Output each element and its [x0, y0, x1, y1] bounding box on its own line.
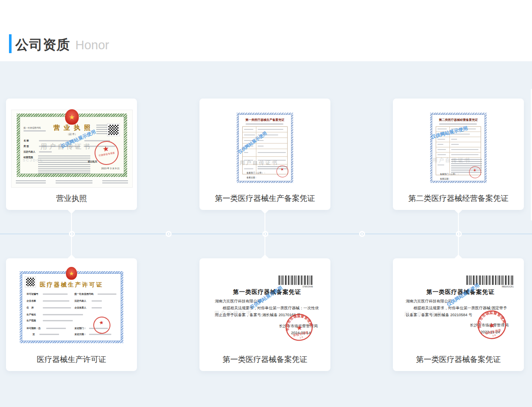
- svg-text:1-3: 1-3: [492, 334, 496, 337]
- gray-watermark: 用户自传证书: [240, 159, 278, 167]
- filing-dept-label: 备案部门（公章）：: [440, 173, 459, 175]
- certificate-title: 医疗器械生产许可证: [22, 281, 121, 289]
- filing-number: [246, 123, 283, 125]
- card-connector-notch: [455, 210, 462, 214]
- card-label: 第一类医疗器械备案凭证: [393, 354, 524, 365]
- field-production-address: 生产地址: [27, 313, 36, 316]
- certificate-card-production-license[interactable]: ★ 医疗器械生产许可证 许可证编号 统一社会信用代码 企业名称 法定代表人 住 …: [6, 258, 137, 371]
- national-emblem-icon: ★: [66, 267, 77, 280]
- certificate-card-class1-record-1[interactable]: 07MION48 第一类医疗器械备案凭证 湖南力宾医疗科技有限公司： 根据相关法…: [199, 258, 330, 371]
- card-connector-notch: [68, 254, 75, 258]
- section-accent-bar: [9, 34, 12, 53]
- gray-watermark: 用户自传证书: [404, 311, 443, 318]
- section-header: 公司资质 Honor: [15, 36, 109, 54]
- card-connector-notch: [455, 254, 462, 258]
- field-period-to: 至: [33, 333, 35, 336]
- svg-text:1-3: 1-3: [300, 335, 303, 338]
- timeline-dot: [262, 231, 268, 237]
- field-credit-code: 统一社会信用代码: [74, 293, 93, 296]
- card-label: 医疗器械生产许可证: [6, 354, 137, 365]
- field-issue-dept: 发证部门：: [74, 327, 86, 330]
- field-label-legal-rep: 法定代表人: [24, 150, 36, 153]
- card-label: 第一类医疗器械生产备案凭证: [199, 193, 330, 204]
- field-period-from: 许可期限：自: [27, 327, 41, 330]
- card-label: 第二类医疗器械经营备案凭证: [393, 193, 524, 204]
- issue-date: 2023 年 3 月 9 日: [101, 167, 120, 170]
- certificate-title: 第二类医疗器械经营备案凭证: [432, 118, 484, 122]
- certificate-title: 第一类医疗器械生产备案凭证: [239, 118, 291, 122]
- timeline-dot: [359, 231, 365, 237]
- business-license-image: ★ 统一社会信用代码 营业执照 （副 本） SCJDGL 名 称 类 型 法定代…: [11, 110, 133, 188]
- svg-text:★: ★: [488, 321, 496, 330]
- filing-number: [439, 123, 477, 125]
- filing-dept-label: 备案部门（公章）：: [247, 171, 266, 174]
- national-emblem-icon: ★: [65, 109, 79, 125]
- footnote-text: [16, 180, 128, 185]
- qr-code-icon: [107, 124, 119, 136]
- certificate-image: ★ 医疗器械生产许可证 许可证编号 统一社会信用代码 企业名称 法定代表人 住 …: [20, 271, 123, 343]
- field-label-type: 类 型: [24, 145, 29, 148]
- barcode-text: 07MION48: [279, 285, 313, 288]
- honor-section: ★ 统一社会信用代码 营业执照 （副 本） SCJDGL 名 称 类 型 法定代…: [0, 61, 532, 407]
- barcode-icon: [467, 275, 514, 285]
- timeline-dot: [456, 231, 462, 237]
- registrar-label: 登记机关: [88, 160, 97, 163]
- filing-date-label: 备案日期：: [440, 177, 451, 180]
- card-label: 营业执照: [6, 193, 137, 204]
- timeline-dot: [69, 231, 75, 237]
- field-issue-date: 发证日期：: [74, 333, 86, 336]
- red-seal-icon: 长沙市市场监督管理局 ★ 审核专用章 1-3: [282, 311, 316, 344]
- certificate-card-class2-operation-filing[interactable]: 第二类医疗器械经营备案凭证 仅供网站展示使用 用户自传证书 备案部门（公章）： …: [393, 99, 524, 210]
- gray-watermark: 用户自传证书: [432, 157, 471, 164]
- red-seal-icon: 长沙市市场监督管理局 ★ 审核专用章 1-3: [474, 307, 509, 342]
- card-connector-notch: [261, 210, 269, 214]
- card-connector-notch: [261, 254, 269, 258]
- field-manager: 企业负责人: [74, 306, 86, 309]
- card-label: 第一类医疗器械备案凭证: [199, 354, 330, 365]
- qr-side-text: [96, 125, 107, 134]
- certificate-image: 第一类医疗器械生产备案凭证 仅供网站展示使用 用户自传证书 备案部门（公章）： …: [237, 113, 293, 183]
- gray-watermark: 用户自传证书: [214, 310, 253, 317]
- field-company: 企业名称: [27, 299, 36, 302]
- barcode-icon: [279, 275, 313, 285]
- field-label-scope: 经营范围: [24, 156, 33, 159]
- certificate-card-class1-production-filing[interactable]: 第一类医疗器械生产备案凭证 仅供网站展示使用 用户自传证书 备案部门（公章）： …: [199, 99, 330, 210]
- certificate-image: 第二类医疗器械经营备案凭证 仅供网站展示使用 用户自传证书 备案部门（公章）： …: [430, 113, 487, 183]
- certificate-card-class1-record-2[interactable]: RBSXOCR1 第一类医疗器械备案凭证 湖南力宾医疗科技有限公司： 根据相关法…: [393, 258, 524, 371]
- svg-text:★: ★: [296, 323, 303, 332]
- red-seal-icon: ★: [92, 315, 112, 335]
- field-legal-rep: 法定代表人: [74, 299, 86, 302]
- filing-date-label: 备案日期：: [247, 176, 257, 179]
- page-title: 公司资质: [15, 36, 70, 54]
- timeline-dot: [166, 231, 172, 237]
- certificate-frame: ★ 统一社会信用代码 营业执照 （副 本） SCJDGL 名 称 类 型 法定代…: [17, 114, 127, 177]
- certificate-card-business-license[interactable]: ★ 统一社会信用代码 营业执照 （副 本） SCJDGL 名 称 类 型 法定代…: [6, 99, 137, 210]
- card-connector-notch: [68, 210, 75, 214]
- field-production-scope: 生产范围: [27, 319, 36, 322]
- scope-text-block: [38, 156, 90, 174]
- field-license-no: 许可证编号: [27, 293, 39, 296]
- field-address: 住 所: [27, 306, 34, 309]
- page-subtitle: Honor: [75, 38, 109, 52]
- field-label-name: 名 称: [24, 139, 29, 142]
